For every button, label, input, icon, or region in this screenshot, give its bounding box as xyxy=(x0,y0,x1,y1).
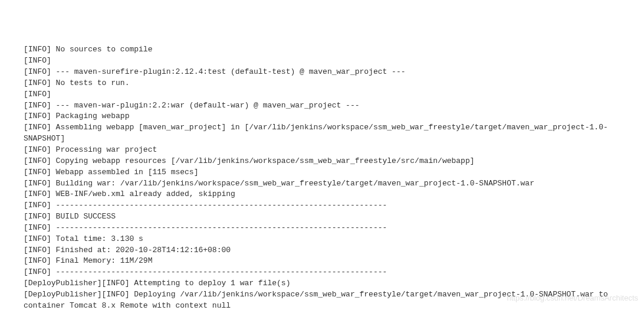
console-output: [INFO] No sources to compile [INFO] [INF… xyxy=(24,44,620,310)
